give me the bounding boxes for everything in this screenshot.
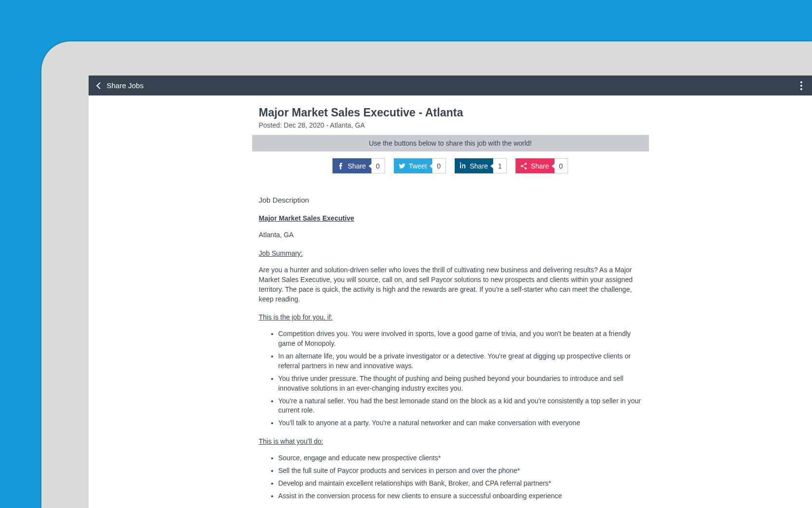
list-item: Sell the full suite of Paycor products a… xyxy=(278,466,642,476)
job-meta: Posted: Dec 28, 2020 - Atlanta, GA xyxy=(259,121,642,129)
linkedin-icon xyxy=(459,162,467,170)
list-item: You'll talk to anyone at a party. You're… xyxy=(278,418,642,428)
share-prompt: Use the buttons below to share this job … xyxy=(252,135,649,151)
list-item: Competition drives you. You were involve… xyxy=(278,329,642,349)
twitter-icon xyxy=(398,162,406,170)
share-label: Share xyxy=(348,162,366,170)
do-list: Source, engage and educate new prospecti… xyxy=(259,453,642,501)
do-heading: This is what you'll do: xyxy=(259,437,642,447)
share-count: 0 xyxy=(432,158,446,173)
share-label: Share xyxy=(470,162,488,170)
job-header: Major Market Sales Executive - Atlanta P… xyxy=(252,95,649,135)
share-label: Tweet xyxy=(409,162,427,170)
share-count: 0 xyxy=(371,158,385,173)
list-item: Source, engage and educate new prospecti… xyxy=(278,453,642,463)
share-button-row: Share 0 Tweet 0 Share 1 xyxy=(252,151,649,184)
app-viewport: Share Jobs Major Market Sales Executive … xyxy=(89,75,812,508)
back-button[interactable]: Share Jobs xyxy=(95,81,144,90)
share-twitter-button[interactable]: Tweet 0 xyxy=(394,158,446,173)
list-item: You're a natural seller. You had the bes… xyxy=(278,396,642,416)
list-item: Assist in the conversion process for new… xyxy=(278,491,642,501)
share-count: 1 xyxy=(493,158,507,173)
share-label: Share xyxy=(531,162,549,170)
share-linkedin-button[interactable]: Share 1 xyxy=(455,158,507,173)
share-count: 0 xyxy=(554,158,568,173)
summary-body: Are you a hunter and solution-driven sel… xyxy=(259,265,642,304)
device-frame: Share Jobs Major Market Sales Executive … xyxy=(41,41,812,508)
job-description: Job Description Major Market Sales Execu… xyxy=(252,184,649,508)
facebook-icon xyxy=(337,162,345,170)
share-icon xyxy=(520,162,528,170)
list-item: Develop and maintain excellent relations… xyxy=(278,479,642,489)
chevron-left-icon xyxy=(96,82,103,89)
list-item: You thrive under pressure. The thought o… xyxy=(278,374,642,394)
top-bar-title: Share Jobs xyxy=(107,81,144,90)
section-heading: Job Description xyxy=(259,195,642,205)
role-title: Major Market Sales Executive xyxy=(259,214,642,224)
share-generic-button[interactable]: Share 0 xyxy=(516,158,568,173)
share-facebook-button[interactable]: Share 0 xyxy=(332,158,385,173)
more-menu-button[interactable] xyxy=(797,78,805,93)
content: Major Market Sales Executive - Atlanta P… xyxy=(252,95,649,508)
list-item: In an alternate life, you would be a pri… xyxy=(278,352,642,371)
top-bar: Share Jobs xyxy=(89,75,812,95)
summary-heading: Job Summary: xyxy=(259,249,642,259)
fit-heading: This is the job for you, if: xyxy=(259,313,642,322)
fit-list: Competition drives you. You were involve… xyxy=(259,329,642,428)
job-location: Atlanta, GA xyxy=(259,230,642,240)
job-title: Major Market Sales Executive - Atlanta xyxy=(259,106,642,119)
